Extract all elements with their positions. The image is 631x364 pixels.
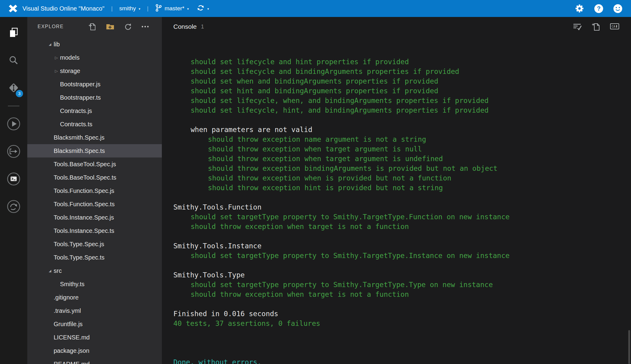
tree-file-Blacksmith.Spec.ts[interactable]: Blacksmith.Spec.ts [27, 144, 162, 157]
console-line: when parameters are not valid [173, 125, 624, 134]
run-play-icon[interactable] [6, 117, 21, 131]
console-line: should set targetType property to Smithy… [173, 212, 624, 222]
console-prompt-display-icon[interactable]: CA [610, 23, 619, 31]
tree-file-Bootstrapper.ts[interactable]: Bootstrapper.ts [27, 91, 162, 104]
topbar: Visual Studio Online "Monaco" | smithy ▾… [0, 0, 631, 17]
new-console-icon[interactable] [592, 22, 600, 31]
console-lines: should set lifecycle and hint properties… [173, 57, 624, 364]
tree-folder-lib[interactable]: ◢lib [27, 38, 162, 51]
tree-item-label: Tools.Instance.Spec.js [54, 214, 114, 221]
open-external-icon[interactable] [6, 144, 21, 159]
redo-arrow-icon[interactable] [6, 199, 21, 214]
console-line [173, 328, 624, 338]
explorer-header: EXPLORE [27, 17, 162, 36]
user-menu[interactable]: smithy ▾ [119, 5, 140, 12]
feedback-smiley-icon[interactable] [613, 4, 623, 13]
folder-collapsed-icon[interactable]: ▷ [53, 55, 60, 60]
tree-file-Smithy.ts[interactable]: Smithy.ts [27, 277, 162, 291]
tree-file-Tools.Function.Spec.js[interactable]: Tools.Function.Spec.js [27, 184, 162, 197]
tree-file-Blacksmith.Spec.js[interactable]: Blacksmith.Spec.js [27, 131, 162, 144]
tree-folder-models[interactable]: ▷models [27, 51, 162, 64]
tree-file-Tools.Function.Spec.ts[interactable]: Tools.Function.Spec.ts [27, 197, 162, 211]
console-line: should throw exception name argument is … [173, 134, 624, 144]
explorer-files-icon[interactable] [6, 25, 21, 40]
tree-file-Tools.BaseTool.Spec.js[interactable]: Tools.BaseTool.Spec.js [27, 157, 162, 171]
wrap-lines-icon[interactable] [573, 23, 582, 31]
console-panel: Console 1 [162, 17, 631, 364]
tree-file-Contracts.ts[interactable]: Contracts.ts [27, 117, 162, 131]
tree-file-Gruntfile.js[interactable]: Gruntfile.js [27, 317, 162, 331]
tree-file-.travis.yml[interactable]: .travis.yml [27, 304, 162, 317]
settings-gear-icon[interactable] [575, 4, 584, 13]
tree-item-label: Tools.Instance.Spec.ts [54, 227, 114, 234]
sync-menu[interactable]: ▾ [197, 4, 209, 13]
git-icon[interactable]: 3 [6, 81, 21, 95]
tree-file-Bootstrapper.js[interactable]: Bootstrapper.js [27, 78, 162, 91]
tree-file-.gitignore[interactable]: .gitignore [27, 291, 162, 304]
topbar-left: Visual Studio Online "Monaco" | smithy ▾… [8, 4, 209, 13]
tree-item-label: Tools.Type.Spec.js [54, 241, 104, 248]
folder-collapsed-icon[interactable]: ▷ [53, 69, 60, 73]
tree-file-Tools.Instance.Spec.js[interactable]: Tools.Instance.Spec.js [27, 211, 162, 224]
app-title: Visual Studio Online "Monaco" [22, 5, 105, 12]
chevron-down-icon: ▾ [207, 7, 209, 11]
console-scrollbar-thumb[interactable] [628, 330, 630, 364]
console-line: should throw exception when is provided … [173, 173, 624, 183]
console-line: 40 tests, 37 assertions, 0 failures [173, 319, 624, 328]
console-line: Smithy.Tools.Type [173, 270, 624, 280]
tree-item-label: LICENSE.md [54, 334, 90, 341]
tree-file-LICENSE.md[interactable]: LICENSE.md [27, 331, 162, 344]
tree-file-Tools.Type.Spec.js[interactable]: Tools.Type.Spec.js [27, 237, 162, 251]
refresh-icon[interactable] [124, 23, 132, 31]
new-file-icon[interactable] [88, 22, 96, 31]
tree-item-label: Tools.Function.Spec.js [54, 187, 114, 194]
tree-item-label: .gitignore [54, 294, 78, 301]
tree-file-package.json[interactable]: package.json [27, 344, 162, 357]
tree-item-label: Contracts.js [60, 108, 92, 114]
console-line [173, 338, 624, 348]
console-line: should throw exception when target is no… [173, 290, 624, 299]
console-line: should set lifecycle and hint properties… [173, 57, 624, 67]
console-line: should set lifecycle, hint, and bindingA… [173, 105, 624, 115]
console-line: should throw exception hint is provided … [173, 183, 624, 193]
tree-file-README.md[interactable]: README.md [27, 357, 162, 364]
folder-expanded-icon[interactable]: ◢ [46, 42, 54, 46]
topbar-right: ? [575, 4, 623, 13]
help-icon[interactable]: ? [594, 4, 603, 13]
console-line: should set lifecycle, when, and bindingA… [173, 96, 624, 105]
tree-item-label: Blacksmith.Spec.ts [54, 147, 105, 154]
vs-online-monaco-app: Visual Studio Online "Monaco" | smithy ▾… [0, 0, 631, 364]
folder-expanded-icon[interactable]: ◢ [46, 269, 54, 273]
console-line [173, 115, 624, 125]
console-line: should set hint and bindingArguments pro… [173, 86, 624, 96]
sync-icon [197, 4, 205, 13]
console-line [173, 231, 624, 241]
console-header: Console 1 [162, 17, 631, 36]
tree-file-Contracts.js[interactable]: Contracts.js [27, 104, 162, 117]
tree-file-Tools.Instance.Spec.ts[interactable]: Tools.Instance.Spec.ts [27, 224, 162, 237]
console-line: should set when and bindingArguments pro… [173, 76, 624, 86]
svg-text:?: ? [597, 5, 600, 12]
console-line [173, 260, 624, 270]
tree-file-Tools.Type.Spec.ts[interactable]: Tools.Type.Spec.ts [27, 251, 162, 264]
console-line: should set targetType property to Smithy… [173, 251, 624, 260]
search-icon[interactable] [6, 53, 21, 68]
console-line: Done, without errors. [173, 357, 624, 364]
git-branch-icon [155, 4, 162, 13]
console-line: Smithy.Tools.Function [173, 202, 624, 212]
new-folder-icon[interactable] [105, 23, 115, 31]
tree-folder-storage[interactable]: ▷storage [27, 64, 162, 78]
console-title: Console [173, 23, 197, 30]
visual-studio-logo-icon[interactable] [8, 4, 18, 13]
tree-item-label: Smithy.ts [60, 281, 85, 288]
console-line [173, 348, 624, 357]
tree-folder-src[interactable]: ◢src [27, 264, 162, 277]
console-line: should throw exception bindingArguments … [173, 164, 624, 173]
console-line: should set targetType property to Smithy… [173, 280, 624, 290]
main-area: 3 [0, 17, 631, 364]
more-ellipsis-icon[interactable] [141, 25, 149, 28]
console-line [173, 193, 624, 202]
tree-file-Tools.BaseTool.Spec.ts[interactable]: Tools.BaseTool.Spec.ts [27, 171, 162, 184]
console-terminal-icon[interactable] [6, 172, 21, 186]
branch-menu[interactable]: master* ▾ [155, 4, 189, 13]
